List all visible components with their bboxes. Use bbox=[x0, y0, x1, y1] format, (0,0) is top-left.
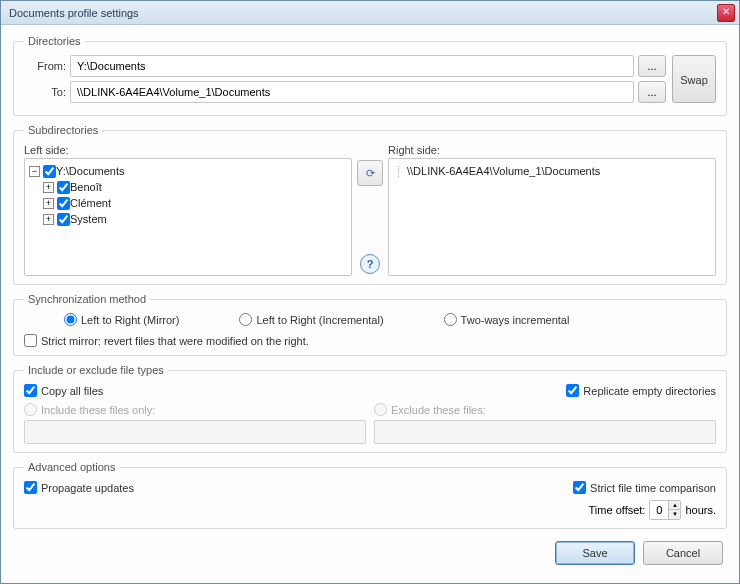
refresh-button[interactable]: ⟳ bbox=[357, 160, 383, 186]
copy-all-label: Copy all files bbox=[41, 385, 103, 397]
strict-time-checkbox[interactable] bbox=[573, 481, 586, 494]
replicate-empty-checkbox[interactable] bbox=[566, 384, 579, 397]
save-button[interactable]: Save bbox=[555, 541, 635, 565]
copy-all-option[interactable]: Copy all files bbox=[24, 384, 103, 397]
strict-mirror-label: Strict mirror: revert files that were mo… bbox=[41, 335, 309, 347]
window-title: Documents profile settings bbox=[9, 7, 717, 19]
sync-mirror-option[interactable]: Left to Right (Mirror) bbox=[64, 313, 179, 326]
tree-checkbox[interactable] bbox=[43, 165, 56, 178]
to-browse-button[interactable]: ... bbox=[638, 81, 666, 103]
tree-label: \\DLINK-6A4EA4\Volume_1\Documents bbox=[407, 165, 600, 177]
tree-connector-icon bbox=[393, 166, 404, 177]
spinner-up-icon[interactable]: ▲ bbox=[669, 501, 680, 510]
spinner-down-icon[interactable]: ▼ bbox=[669, 510, 680, 519]
hours-label: hours. bbox=[685, 504, 716, 516]
right-side-label: Right side: bbox=[388, 144, 716, 156]
advanced-options-group: Advanced options Propagate updates Stric… bbox=[13, 461, 727, 529]
advanced-options-legend: Advanced options bbox=[24, 461, 119, 473]
collapse-icon[interactable]: − bbox=[29, 166, 40, 177]
titlebar: Documents profile settings ✕ bbox=[1, 1, 739, 25]
tree-label: Benoît bbox=[70, 181, 102, 193]
sync-twoway-option[interactable]: Two-ways incremental bbox=[444, 313, 570, 326]
tree-node-root[interactable]: − Y:\Documents bbox=[29, 163, 347, 179]
exclude-input bbox=[374, 420, 716, 444]
time-offset-input[interactable] bbox=[650, 501, 668, 519]
cancel-button[interactable]: Cancel bbox=[643, 541, 723, 565]
dialog-buttons: Save Cancel bbox=[13, 537, 727, 565]
left-tree[interactable]: − Y:\Documents + Benoît + Clément bbox=[24, 158, 352, 276]
sync-twoway-radio[interactable] bbox=[444, 313, 457, 326]
from-browse-button[interactable]: ... bbox=[638, 55, 666, 77]
tree-label: Clément bbox=[70, 197, 111, 209]
dialog-window: Documents profile settings ✕ Directories… bbox=[0, 0, 740, 584]
strict-mirror-checkbox[interactable] bbox=[24, 334, 37, 347]
to-label: To: bbox=[24, 86, 66, 98]
tree-node-child[interactable]: + Clément bbox=[29, 195, 347, 211]
expand-icon[interactable]: + bbox=[43, 214, 54, 225]
include-exclude-legend: Include or exclude file types bbox=[24, 364, 168, 376]
tree-checkbox[interactable] bbox=[57, 213, 70, 226]
tree-node-child[interactable]: + Benoît bbox=[29, 179, 347, 195]
to-input[interactable] bbox=[70, 81, 634, 103]
right-tree[interactable]: \\DLINK-6A4EA4\Volume_1\Documents bbox=[388, 158, 716, 276]
directories-legend: Directories bbox=[24, 35, 85, 47]
propagate-updates-option[interactable]: Propagate updates bbox=[24, 481, 134, 494]
from-input[interactable] bbox=[70, 55, 634, 77]
content-area: Directories From: ... To: ... Swap bbox=[1, 25, 739, 583]
tree-checkbox[interactable] bbox=[57, 197, 70, 210]
replicate-empty-option[interactable]: Replicate empty directories bbox=[566, 384, 716, 397]
sync-mirror-label: Left to Right (Mirror) bbox=[81, 314, 179, 326]
tree-node-root[interactable]: \\DLINK-6A4EA4\Volume_1\Documents bbox=[393, 163, 711, 179]
sync-mirror-radio[interactable] bbox=[64, 313, 77, 326]
copy-all-checkbox[interactable] bbox=[24, 384, 37, 397]
exclude-radio bbox=[374, 403, 387, 416]
include-only-option: Include these files only: bbox=[24, 403, 366, 416]
sync-method-group: Synchronization method Left to Right (Mi… bbox=[13, 293, 727, 356]
propagate-updates-label: Propagate updates bbox=[41, 482, 134, 494]
exclude-label: Exclude these files: bbox=[391, 404, 486, 416]
help-button[interactable]: ? bbox=[360, 254, 380, 274]
directories-group: Directories From: ... To: ... Swap bbox=[13, 35, 727, 116]
refresh-icon: ⟳ bbox=[366, 167, 375, 180]
tree-node-child[interactable]: + System bbox=[29, 211, 347, 227]
close-button[interactable]: ✕ bbox=[717, 4, 735, 22]
tree-label: Y:\Documents bbox=[56, 165, 124, 177]
sync-incremental-option[interactable]: Left to Right (Incremental) bbox=[239, 313, 383, 326]
include-exclude-group: Include or exclude file types Copy all f… bbox=[13, 364, 727, 453]
include-only-input bbox=[24, 420, 366, 444]
strict-time-label: Strict file time comparison bbox=[590, 482, 716, 494]
sync-incremental-label: Left to Right (Incremental) bbox=[256, 314, 383, 326]
tree-checkbox[interactable] bbox=[57, 181, 70, 194]
subdirectories-group: Subdirectories Left side: − Y:\Documents… bbox=[13, 124, 727, 285]
strict-mirror-option[interactable]: Strict mirror: revert files that were mo… bbox=[24, 334, 716, 347]
from-label: From: bbox=[24, 60, 66, 72]
exclude-option: Exclude these files: bbox=[374, 403, 716, 416]
propagate-updates-checkbox[interactable] bbox=[24, 481, 37, 494]
expand-icon[interactable]: + bbox=[43, 182, 54, 193]
sync-twoway-label: Two-ways incremental bbox=[461, 314, 570, 326]
include-only-label: Include these files only: bbox=[41, 404, 155, 416]
replicate-empty-label: Replicate empty directories bbox=[583, 385, 716, 397]
subdirectories-legend: Subdirectories bbox=[24, 124, 102, 136]
expand-icon[interactable]: + bbox=[43, 198, 54, 209]
strict-time-option[interactable]: Strict file time comparison bbox=[573, 481, 716, 494]
time-offset-spinner[interactable]: ▲ ▼ bbox=[649, 500, 681, 520]
sync-incremental-radio[interactable] bbox=[239, 313, 252, 326]
time-offset-label: Time offset: bbox=[589, 504, 646, 516]
sync-method-legend: Synchronization method bbox=[24, 293, 150, 305]
swap-button[interactable]: Swap bbox=[672, 55, 716, 103]
left-side-label: Left side: bbox=[24, 144, 352, 156]
include-only-radio bbox=[24, 403, 37, 416]
tree-label: System bbox=[70, 213, 107, 225]
